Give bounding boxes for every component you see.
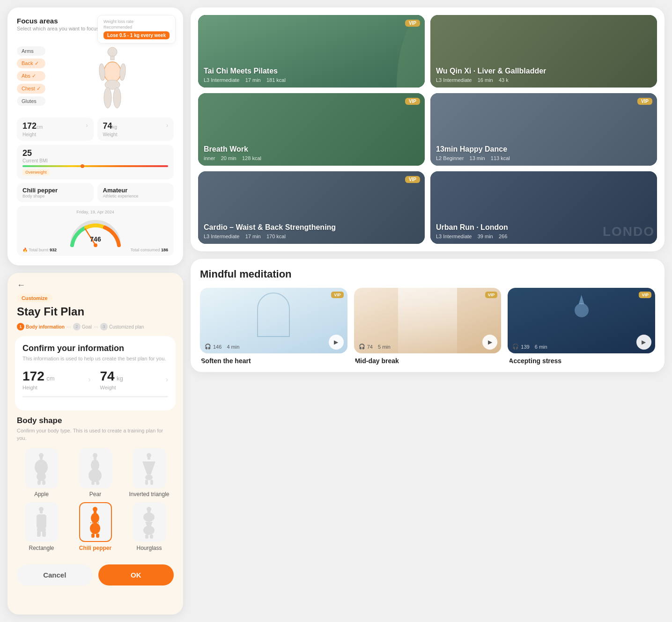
wc5-kcal: 170 kcal xyxy=(266,234,286,239)
svg-point-16 xyxy=(37,472,46,481)
stats-row: 172cm › Height 74kg › Weight xyxy=(17,117,174,141)
calories-burned-label: 🔥 Total burnt 932 xyxy=(22,248,57,252)
left-column: Focus areas Select which area you want t… xyxy=(7,7,183,615)
meditation-section: Mindful meditation VIP 🎧 146 4 min ▶ xyxy=(191,259,665,372)
weight-label: Weight xyxy=(103,132,169,137)
hw-height[interactable]: 172 cm Height xyxy=(22,369,79,390)
height-label: Height xyxy=(22,132,88,137)
chart-mini: Friday, 19, Apr 2024 746 xyxy=(17,206,174,256)
workout-card-urban-run[interactable]: LONDO Urban Run · London L3 Intermediate… xyxy=(430,171,657,244)
vip-badge-1: VIP xyxy=(405,20,420,27)
workout-card-wu-qin-xi[interactable]: Wu Qin Xi · Liver & Gallbladder L3 Inter… xyxy=(430,15,657,88)
svg-rect-50 xyxy=(150,534,153,539)
shape-pear-icon xyxy=(79,448,112,488)
workout-info-4: 13min Happy Dance L2 Beginner 13 min 113… xyxy=(430,140,516,166)
svg-rect-26 xyxy=(148,457,150,460)
svg-point-6 xyxy=(104,88,111,108)
phone-footer: Cancel OK xyxy=(7,559,183,593)
svg-point-19 xyxy=(93,453,97,458)
wc4-level: L2 Beginner xyxy=(436,155,464,161)
wc5-duration: 17 min xyxy=(245,234,261,239)
svg-point-48 xyxy=(143,526,155,535)
shape-value: Chili pepper xyxy=(22,187,88,194)
workout-card-breath-work[interactable]: VIP Breath Work inner 20 min 128 kcal xyxy=(198,93,425,166)
workout-name-1: Tai Chi Meets Pilates xyxy=(204,66,286,75)
workout-card-tai-chi[interactable]: VIP Tai Chi Meets Pilates L3 Intermediat… xyxy=(198,15,425,88)
workout-name-4: 13min Happy Dance xyxy=(436,145,510,154)
right-column: VIP Tai Chi Meets Pilates L3 Intermediat… xyxy=(191,7,665,615)
med-listens-1: 146 xyxy=(213,344,222,350)
weight-arrow: › xyxy=(166,122,168,129)
shape-pear[interactable]: Pear xyxy=(71,448,120,498)
meditation-grid: VIP 🎧 146 4 min ▶ Soften the heart xyxy=(200,288,655,365)
med-img-3: VIP 🎧 139 6 min ▶ xyxy=(508,288,655,353)
workout-name-6: Urban Run · London xyxy=(436,223,508,232)
height-stat[interactable]: 172cm › Height xyxy=(17,117,94,141)
gauge-area: 746 Total Total xyxy=(21,217,170,248)
workout-info-3: Breath Work inner 20 min 128 kcal xyxy=(198,140,267,166)
hw-height-unit: cm xyxy=(46,375,54,382)
med-card-stress[interactable]: VIP 🎧 139 6 min ▶ Accepting stress xyxy=(508,288,655,365)
shape-rectangle[interactable]: Rectangle xyxy=(17,502,66,551)
bmi-value: 25 xyxy=(22,148,168,158)
play-button-1[interactable]: ▶ xyxy=(329,335,344,350)
svg-rect-34 xyxy=(37,528,46,532)
wc3-kcal: 128 kcal xyxy=(242,155,261,161)
bmi-bar xyxy=(22,165,168,167)
svg-point-3 xyxy=(98,64,105,81)
confirm-desc: This information is used to help us crea… xyxy=(22,355,168,362)
body-tag-abs[interactable]: Abs ✓ xyxy=(17,71,45,81)
workout-info-5: Cardio – Waist & Back Strengthening L3 I… xyxy=(198,218,341,244)
vip-badge-5: VIP xyxy=(405,176,420,183)
svg-rect-17 xyxy=(37,480,41,485)
chart-date: Friday, 19, Apr 2024 xyxy=(21,210,170,214)
wc6-duration: 39 min xyxy=(478,234,493,239)
shape-apple-label: Apple xyxy=(34,491,49,498)
med-card-soften[interactable]: VIP 🎧 146 4 min ▶ Soften the heart xyxy=(200,288,347,365)
wl-value: Lose 0.5 - 1 kg every week xyxy=(103,31,170,39)
shape-chili-pepper[interactable]: Chili pepper xyxy=(71,502,120,551)
shape-chili-pepper-label: Chili pepper xyxy=(79,545,111,551)
weight-stat[interactable]: 74kg › Weight xyxy=(97,117,174,141)
med-card-midday[interactable]: VIP 🎧 74 5 min ▶ Mid-day break xyxy=(354,288,502,365)
hw-weight[interactable]: 74 kg Weight xyxy=(100,369,156,390)
body-tag-arms[interactable]: Arms xyxy=(17,46,45,56)
bmi-box: 25 Current BMI Overweight xyxy=(17,145,174,179)
body-tag-glutes[interactable]: Glutes xyxy=(17,96,45,106)
experience-box[interactable]: Amateur Athletic experience xyxy=(97,183,174,202)
weight-unit: kg xyxy=(112,124,118,130)
phone-header: ← Customize Stay Fit Plan 1 Body informa… xyxy=(7,273,183,336)
body-tag-back[interactable]: Back ✓ xyxy=(17,59,45,68)
shape-pear-label: Pear xyxy=(89,491,101,498)
body-tag-chest[interactable]: Chest ✓ xyxy=(17,84,45,94)
back-button[interactable]: ← xyxy=(17,280,174,290)
cancel-button[interactable]: Cancel xyxy=(17,564,93,585)
workout-card-happy-dance[interactable]: VIP 13min Happy Dance L2 Beginner 13 min… xyxy=(430,93,657,166)
shape-apple-icon xyxy=(25,448,58,488)
gauge-svg: 746 Total Total xyxy=(67,217,124,248)
shape-apple[interactable]: Apple xyxy=(17,448,66,498)
workout-card-cardio[interactable]: VIP Cardio – Waist & Back Strengthening … xyxy=(198,171,425,244)
hw-weight-value: 74 xyxy=(100,369,115,383)
shape-inverted-triangle[interactable]: Inverted triangle xyxy=(125,448,174,498)
svg-rect-14 xyxy=(40,457,43,460)
exp-value: Amateur xyxy=(103,187,169,194)
ok-button[interactable]: OK xyxy=(98,564,174,585)
med-dur-2: 5 min xyxy=(378,344,391,350)
svg-rect-42 xyxy=(91,534,95,538)
workout-meta-4: L2 Beginner 13 min 113 kcal xyxy=(436,155,510,161)
vip-badge-3: VIP xyxy=(405,98,420,105)
bmi-indicator xyxy=(81,164,84,168)
workout-name-2: Wu Qin Xi · Liver & Gallbladder xyxy=(436,66,546,75)
shape-hourglass[interactable]: Hourglass xyxy=(125,502,174,551)
med-listens-2: 74 xyxy=(367,344,373,350)
svg-text:746: 746 xyxy=(90,235,101,243)
svg-marker-27 xyxy=(142,461,155,475)
med-dur-1: 4 min xyxy=(227,344,239,350)
workout-meta-5: L3 Intermediate 17 min 170 kcal xyxy=(204,234,336,239)
med-title-3: Accepting stress xyxy=(508,357,655,365)
bottom-phone-card: ← Customize Stay Fit Plan 1 Body informa… xyxy=(7,273,183,615)
play-button-3[interactable]: ▶ xyxy=(636,335,651,350)
height-arrow: › xyxy=(86,122,88,129)
med-meta-1: 🎧 146 4 min xyxy=(200,340,244,353)
